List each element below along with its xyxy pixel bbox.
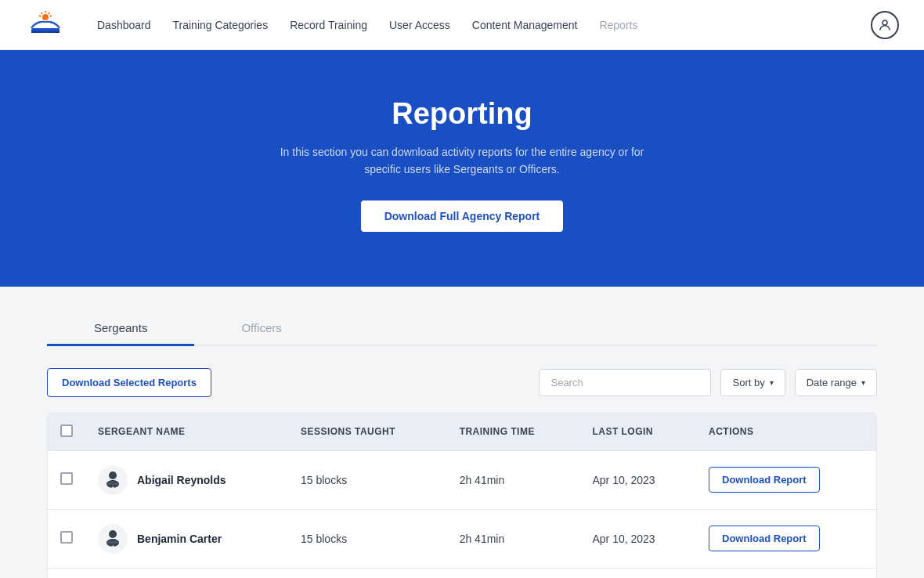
row-sessions-cell: 15 blocks xyxy=(288,509,447,568)
svg-line-7 xyxy=(42,13,42,14)
nav-training-categories[interactable]: Training Categories xyxy=(173,19,269,31)
nav-content-management[interactable]: Content Management xyxy=(472,19,578,31)
row-name-cell: Abigail Reynolds xyxy=(85,450,288,509)
row-last-login-cell: Apr 10, 2023 xyxy=(579,568,696,578)
nav-dashboard[interactable]: Dashboard xyxy=(97,19,151,31)
svg-line-8 xyxy=(50,16,52,16)
download-report-button[interactable]: Download Report xyxy=(709,526,820,551)
row-checkbox[interactable] xyxy=(60,472,73,485)
row-training-time-cell: 2h 41min xyxy=(447,509,580,568)
col-last-login: LAST LOGIN xyxy=(579,414,696,451)
sergeant-name: Abigail Reynolds xyxy=(137,474,226,486)
nav-reports[interactable]: Reports xyxy=(599,19,637,31)
svg-line-6 xyxy=(49,13,49,14)
search-input[interactable] xyxy=(539,369,711,396)
logo-icon xyxy=(25,5,66,45)
hero-title: Reporting xyxy=(16,97,908,131)
row-training-time-cell: 2h 41min xyxy=(447,450,580,509)
row-name-cell: Benjamin Carter xyxy=(85,509,288,568)
user-icon xyxy=(878,18,892,32)
col-checkbox xyxy=(48,414,85,451)
tabs-bar: Sergeants Officers xyxy=(47,312,877,346)
svg-line-9 xyxy=(39,16,41,16)
svg-rect-3 xyxy=(46,31,60,33)
svg-point-4 xyxy=(42,14,49,20)
row-name-cell: Daniel Morgan xyxy=(85,568,288,578)
row-training-time-cell: 2h 41min xyxy=(447,568,580,578)
sergeant-name: Benjamin Carter xyxy=(137,533,222,545)
col-sessions-taught: SESSIONS TAUGHT xyxy=(288,414,447,451)
sergeants-table: SERGEANT NAME SESSIONS TAUGHT TRAINING T… xyxy=(47,413,877,578)
row-checkbox[interactable] xyxy=(60,531,73,544)
row-last-login-cell: Apr 10, 2023 xyxy=(579,509,696,568)
hero-section: Reporting In this section you can downlo… xyxy=(0,50,924,287)
date-range-button[interactable]: Date range ▾ xyxy=(795,369,877,396)
sergeant-avatar-icon xyxy=(98,524,128,554)
svg-point-10 xyxy=(882,20,887,25)
nav-user-access[interactable]: User Access xyxy=(389,19,450,31)
row-last-login-cell: Apr 10, 2023 xyxy=(579,450,696,509)
download-selected-reports-button[interactable]: Download Selected Reports xyxy=(47,368,211,397)
download-full-agency-report-button[interactable]: Download Full Agency Report xyxy=(361,200,564,232)
tab-sergeants[interactable]: Sergeants xyxy=(47,312,194,346)
select-all-checkbox[interactable] xyxy=(60,424,73,437)
row-actions-cell: Download Report xyxy=(696,509,876,568)
download-report-button[interactable]: Download Report xyxy=(709,467,820,493)
col-training-time: TRAINING TIME xyxy=(447,414,580,451)
table-row: Daniel Morgan 15 blocks 2h 41min Apr 10,… xyxy=(48,568,876,578)
row-checkbox-cell xyxy=(48,509,85,568)
table-header-row: SERGEANT NAME SESSIONS TAUGHT TRAINING T… xyxy=(48,414,876,451)
col-sergeant-name: SERGEANT NAME xyxy=(85,414,288,451)
table-row: Benjamin Carter 15 blocks 2h 41min Apr 1… xyxy=(48,509,876,568)
row-actions-cell: Download Report xyxy=(696,450,876,509)
svg-point-17 xyxy=(109,530,117,538)
logo[interactable] xyxy=(25,5,66,45)
main-content: Sergeants Officers Download Selected Rep… xyxy=(31,287,893,578)
row-checkbox-cell xyxy=(48,450,85,509)
navbar-links: Dashboard Training Categories Record Tra… xyxy=(97,19,871,31)
tab-officers[interactable]: Officers xyxy=(194,312,328,346)
navbar: Dashboard Training Categories Record Tra… xyxy=(0,0,924,50)
chevron-down-icon: ▾ xyxy=(770,378,774,387)
row-sessions-cell: 15 blocks xyxy=(288,450,447,509)
hero-description: In this section you can download activit… xyxy=(274,143,650,179)
chevron-down-icon: ▾ xyxy=(861,378,865,387)
sort-by-button[interactable]: Sort by ▾ xyxy=(720,369,785,396)
svg-rect-2 xyxy=(31,31,45,33)
row-sessions-cell: 15 blocks xyxy=(288,568,447,578)
svg-rect-0 xyxy=(25,5,66,45)
svg-rect-14 xyxy=(106,482,119,485)
row-actions-cell: Download Report xyxy=(696,568,876,578)
row-checkbox-cell xyxy=(48,568,85,578)
sergeant-avatar-icon xyxy=(98,465,128,495)
col-actions: ACTIONS xyxy=(696,414,876,451)
user-profile-button[interactable] xyxy=(871,11,899,39)
nav-record-training[interactable]: Record Training xyxy=(290,19,367,31)
toolbar: Download Selected Reports Sort by ▾ Date… xyxy=(47,368,877,397)
svg-point-12 xyxy=(109,471,117,479)
svg-rect-19 xyxy=(106,541,119,544)
table-row: Abigail Reynolds 15 blocks 2h 41min Apr … xyxy=(48,450,876,509)
